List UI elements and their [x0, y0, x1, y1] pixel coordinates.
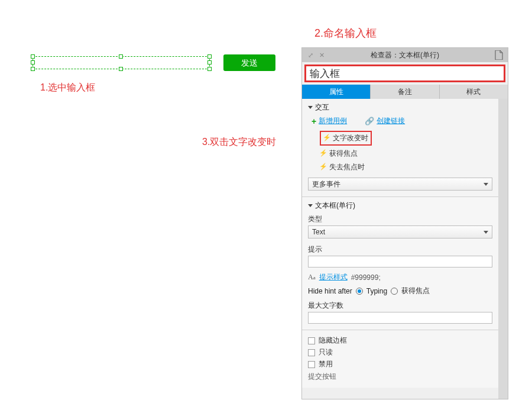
- bolt-icon: [320, 150, 327, 157]
- textbox-section-title[interactable]: 文本框(单行): [308, 201, 492, 211]
- chevron-down-icon: [308, 204, 313, 207]
- hide-hint-after-row: Hide hint after Typing 获得焦点: [308, 286, 492, 296]
- hint-input[interactable]: [308, 256, 492, 267]
- hint-style-link[interactable]: 提示样式: [319, 272, 348, 282]
- link-icon: 🔗: [365, 117, 374, 125]
- text-style-icon: Aa: [308, 273, 316, 282]
- disabled-label: 禁用: [319, 359, 333, 369]
- interaction-section-label: 交互: [315, 102, 329, 112]
- resize-handle-e[interactable]: [207, 60, 212, 65]
- tab-style[interactable]: 样式: [440, 85, 508, 99]
- hint-style-hex: #999999;: [351, 273, 381, 282]
- event-lost-focus[interactable]: 失去焦点时: [320, 160, 492, 174]
- hide-border-label: 隐藏边框: [319, 336, 347, 346]
- textbox-section: 文本框(单行) 类型 Text 提示 Aa 提示样式 #999999; Hide…: [302, 197, 498, 330]
- resize-handle-ne[interactable]: [207, 54, 212, 59]
- bolt-icon: [320, 164, 327, 171]
- resize-handle-nw[interactable]: [31, 54, 35, 59]
- textbox-section-label: 文本框(单行): [315, 201, 355, 211]
- chevron-down-icon: [308, 106, 313, 109]
- interaction-section: 交互 + 新增用例 🔗 创建链接 文字改变时 获: [302, 99, 498, 197]
- radio-typing-label: Typing: [366, 287, 387, 295]
- event-label: 失去焦点时: [329, 162, 365, 172]
- hide-border-checkbox[interactable]: [308, 337, 315, 344]
- inspector-body: 交互 + 新增用例 🔗 创建链接 文字改变时 获: [302, 99, 508, 399]
- chevron-down-icon: [484, 183, 488, 186]
- widget-name-wrapper: [304, 65, 505, 82]
- tab-notes[interactable]: 备注: [371, 85, 439, 99]
- canvas-area: 发送: [0, 0, 301, 419]
- disabled-checkbox[interactable]: [308, 361, 315, 368]
- annotation-step3: 3.双击文字改变时: [202, 136, 276, 149]
- readonly-label: 只读: [319, 347, 333, 357]
- annotation-step1: 1.选中输入框: [40, 82, 95, 94]
- inspector-tabs: 属性 备注 样式: [302, 85, 508, 99]
- hide-hint-after-label: Hide hint after: [308, 287, 352, 295]
- max-chars-label: 最大文字数: [308, 301, 492, 311]
- event-label: 文字改变时: [333, 133, 368, 143]
- resize-handle-s[interactable]: [119, 67, 123, 71]
- radio-focus-label: 获得焦点: [401, 286, 430, 296]
- radio-focus[interactable]: [391, 288, 398, 295]
- resize-handle-sw[interactable]: [31, 67, 35, 71]
- close-icon[interactable]: ✕: [319, 51, 325, 59]
- tab-properties[interactable]: 属性: [302, 85, 371, 99]
- more-events-select[interactable]: 更多事件: [308, 178, 492, 191]
- more-events-label: 更多事件: [312, 179, 340, 189]
- event-list: 文字改变时 获得焦点 失去焦点时: [320, 131, 492, 174]
- scrollbar-thumb[interactable]: [499, 100, 507, 153]
- bolt-icon: [323, 135, 330, 142]
- chevron-down-icon: [484, 231, 488, 234]
- flags-section: 隐藏边框 只读 禁用 提交按钮: [302, 330, 498, 388]
- max-chars-input[interactable]: [308, 312, 492, 324]
- inspector-header: ⤢ ✕ 检查器：文本框(单行): [302, 48, 508, 62]
- type-value: Text: [312, 228, 325, 236]
- plus-icon: +: [312, 117, 316, 125]
- cutoff-label: 提交按钮: [308, 372, 492, 382]
- readonly-checkbox[interactable]: [308, 349, 315, 356]
- send-button[interactable]: 发送: [223, 54, 275, 71]
- add-case-link[interactable]: 新增用例: [319, 116, 347, 126]
- inspector-title: 检查器：文本框(单行): [302, 50, 508, 60]
- expand-icon[interactable]: ⤢: [308, 51, 313, 59]
- event-got-focus[interactable]: 获得焦点: [320, 147, 492, 160]
- event-label: 获得焦点: [329, 149, 358, 159]
- selected-textbox[interactable]: [33, 56, 210, 69]
- annotation-step2: 2.命名输入框: [314, 26, 377, 40]
- type-label: 类型: [308, 214, 492, 224]
- event-text-change[interactable]: 文字改变时: [320, 131, 372, 146]
- inspector-panel: ⤢ ✕ 检查器：文本框(单行) 属性 备注 样式 交互 + 新增用例: [301, 47, 508, 399]
- hint-label: 提示: [308, 244, 492, 254]
- type-select[interactable]: Text: [308, 225, 492, 238]
- document-icon[interactable]: [495, 50, 503, 60]
- create-link-link[interactable]: 创建链接: [377, 116, 405, 126]
- widget-name-input[interactable]: [306, 66, 504, 80]
- resize-handle-se[interactable]: [207, 67, 212, 71]
- interaction-section-title[interactable]: 交互: [308, 102, 492, 112]
- radio-typing[interactable]: [356, 288, 363, 295]
- resize-handle-w[interactable]: [31, 60, 35, 65]
- resize-handle-n[interactable]: [119, 54, 123, 59]
